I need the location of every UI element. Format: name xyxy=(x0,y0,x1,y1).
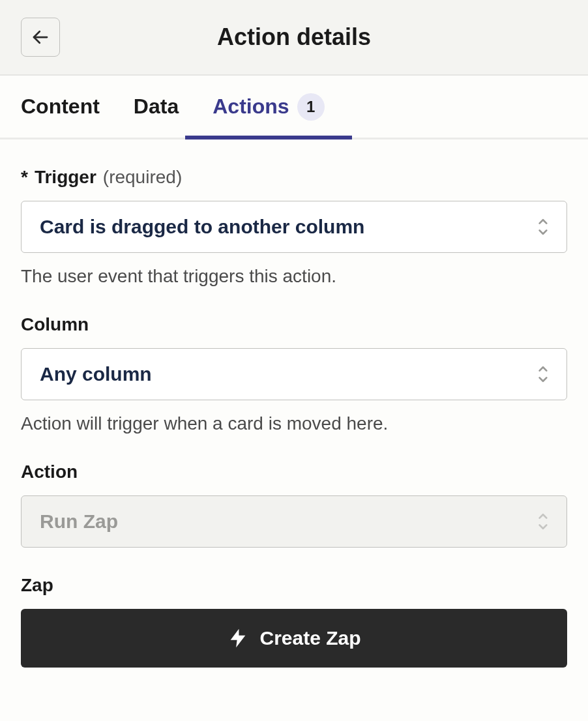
trigger-help-text: The user event that triggers this action… xyxy=(21,266,567,287)
required-text: (required) xyxy=(103,167,182,188)
action-select-wrapper: Run Zap xyxy=(21,495,567,548)
header: Action details xyxy=(0,0,588,76)
back-button[interactable] xyxy=(21,18,60,57)
tab-label: Content xyxy=(21,95,100,119)
tab-label: Actions xyxy=(213,95,289,119)
trigger-select[interactable]: Card is dragged to another column xyxy=(21,201,567,253)
form-content: * Trigger (required) Card is dragged to … xyxy=(0,140,588,721)
zap-field-group: Zap Create Zap xyxy=(21,575,567,668)
action-select: Run Zap xyxy=(21,495,567,548)
tab-label: Data xyxy=(134,95,179,119)
action-label: Action xyxy=(21,462,567,482)
column-label-text: Column xyxy=(21,314,89,335)
column-select[interactable]: Any column xyxy=(21,348,567,400)
trigger-label: * Trigger (required) xyxy=(21,167,567,188)
tab-data[interactable]: Data xyxy=(134,76,179,138)
arrow-left-icon xyxy=(31,27,50,47)
column-field-group: Column Any column Action will trigger wh… xyxy=(21,314,567,434)
tab-actions[interactable]: Actions 1 xyxy=(213,76,324,138)
trigger-select-wrapper: Card is dragged to another column xyxy=(21,201,567,253)
create-zap-button[interactable]: Create Zap xyxy=(21,609,567,668)
column-help-text: Action will trigger when a card is moved… xyxy=(21,413,567,434)
trigger-label-text: Trigger xyxy=(35,167,96,188)
required-asterisk: * xyxy=(21,167,28,188)
zap-label: Zap xyxy=(21,575,567,596)
column-label: Column xyxy=(21,314,567,335)
actions-count-badge: 1 xyxy=(297,93,325,121)
tab-content[interactable]: Content xyxy=(21,76,100,138)
action-label-text: Action xyxy=(21,462,78,482)
lightning-icon xyxy=(227,627,249,649)
column-select-wrapper: Any column xyxy=(21,348,567,400)
tab-bar: Content Data Actions 1 xyxy=(0,76,588,140)
trigger-field-group: * Trigger (required) Card is dragged to … xyxy=(21,167,567,287)
action-field-group: Action Run Zap xyxy=(21,462,567,548)
zap-label-text: Zap xyxy=(21,575,53,596)
page-title: Action details xyxy=(217,23,371,51)
create-zap-label: Create Zap xyxy=(259,627,360,649)
